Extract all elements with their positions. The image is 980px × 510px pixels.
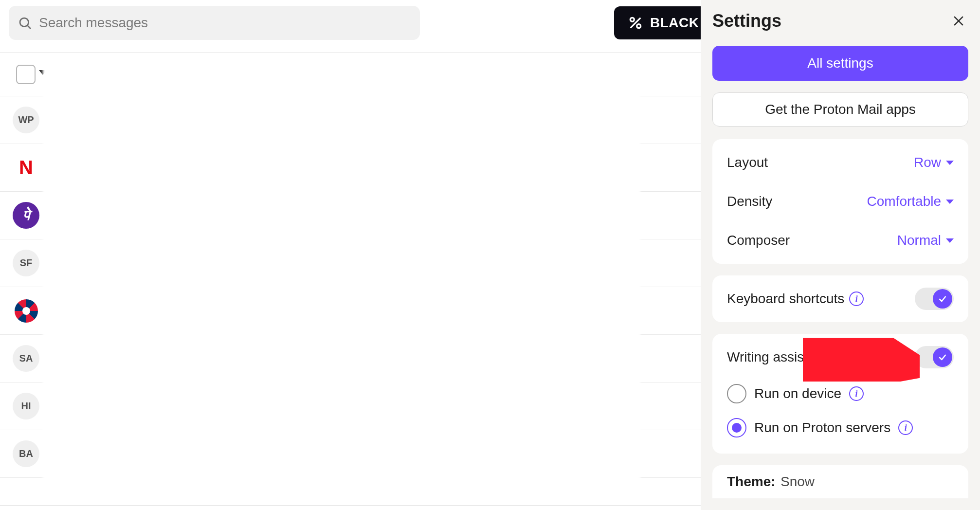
- density-label: Density: [727, 194, 772, 209]
- writing-assistant-card: Writing assistant Run on device i Run on…: [712, 334, 968, 454]
- theme-row: Theme: Snow: [727, 474, 954, 490]
- avatar-phonepe: पे: [13, 202, 39, 229]
- theme-value: Snow: [780, 474, 815, 489]
- avatar: SA: [13, 345, 39, 372]
- density-select[interactable]: Comfortable: [867, 194, 954, 209]
- avatar: WP: [13, 107, 39, 133]
- toggle-knob: [933, 289, 952, 309]
- divider: [0, 505, 701, 506]
- toggle-knob: [933, 347, 952, 367]
- avatar: HI: [13, 393, 39, 419]
- avatar: SF: [13, 250, 39, 276]
- search-input[interactable]: [39, 15, 411, 31]
- info-icon[interactable]: i: [849, 386, 864, 401]
- run-on-device-radio[interactable]: [727, 384, 746, 403]
- chevron-down-icon: [946, 161, 954, 165]
- theme-key: Theme:: [727, 474, 776, 489]
- search-box[interactable]: [9, 6, 420, 40]
- svg-point-4: [637, 24, 641, 28]
- svg-line-1: [28, 26, 31, 29]
- panel-header: Settings: [712, 11, 968, 31]
- run-on-device-label: Run on device: [754, 386, 841, 401]
- main-area: BLACK WP N w पे SF irmation ut impler SA: [0, 0, 701, 510]
- avatar-kotak: [13, 297, 39, 324]
- run-on-device-row[interactable]: Run on device i: [727, 377, 954, 411]
- keyboard-shortcuts-card: Keyboard shortcuts i: [712, 275, 968, 322]
- kotak-wheel-icon: [15, 299, 38, 323]
- composer-value: Normal: [897, 233, 941, 248]
- top-bar: BLACK: [0, 0, 701, 53]
- keyboard-shortcuts-label: Keyboard shortcuts i: [727, 291, 864, 307]
- blurred-content: [43, 59, 640, 497]
- info-icon[interactable]: i: [849, 291, 864, 306]
- density-value: Comfortable: [867, 194, 941, 209]
- composer-row: Composer Normal: [727, 221, 954, 260]
- all-settings-button[interactable]: All settings: [712, 46, 968, 81]
- kbd-label-text: Keyboard shortcuts: [727, 291, 844, 307]
- theme-card: Theme: Snow: [712, 465, 968, 498]
- run-on-server-radio[interactable]: [727, 418, 746, 437]
- panel-title: Settings: [712, 11, 781, 31]
- keyboard-shortcuts-toggle[interactable]: [915, 288, 954, 310]
- avatar-netflix: N: [13, 154, 39, 181]
- check-icon: [938, 352, 947, 362]
- writing-assistant-toggle[interactable]: [915, 346, 954, 368]
- run-on-server-row[interactable]: Run on Proton servers i: [727, 411, 954, 445]
- layout-select[interactable]: Row: [914, 155, 954, 170]
- chevron-down-icon: [946, 200, 954, 204]
- chevron-down-icon: [946, 238, 954, 243]
- close-button[interactable]: [949, 11, 968, 31]
- layout-value: Row: [914, 155, 941, 170]
- density-row: Density Comfortable: [727, 182, 954, 221]
- composer-select[interactable]: Normal: [897, 233, 954, 248]
- writing-assistant-row: Writing assistant: [727, 338, 954, 377]
- avatar: BA: [13, 440, 39, 467]
- run-on-server-label: Run on Proton servers: [754, 420, 890, 436]
- layout-row: Layout Row: [727, 143, 954, 182]
- info-icon[interactable]: i: [898, 420, 913, 435]
- layout-label: Layout: [727, 155, 768, 170]
- composer-label: Composer: [727, 233, 790, 248]
- svg-line-2: [631, 18, 640, 28]
- promo-text: BLACK: [650, 15, 699, 31]
- writing-assistant-label: Writing assistant: [727, 349, 827, 365]
- close-icon: [952, 14, 965, 28]
- percent-icon: [628, 15, 643, 31]
- keyboard-shortcuts-row: Keyboard shortcuts i: [727, 279, 954, 318]
- get-apps-button[interactable]: Get the Proton Mail apps: [712, 92, 968, 127]
- search-icon: [18, 16, 32, 30]
- display-settings-card: Layout Row Density Comfortable Composer …: [712, 139, 968, 264]
- check-icon: [938, 294, 947, 304]
- svg-point-3: [630, 18, 634, 21]
- settings-panel: Settings All settings Get the Proton Mai…: [701, 0, 980, 510]
- select-all-checkbox[interactable]: [16, 65, 36, 84]
